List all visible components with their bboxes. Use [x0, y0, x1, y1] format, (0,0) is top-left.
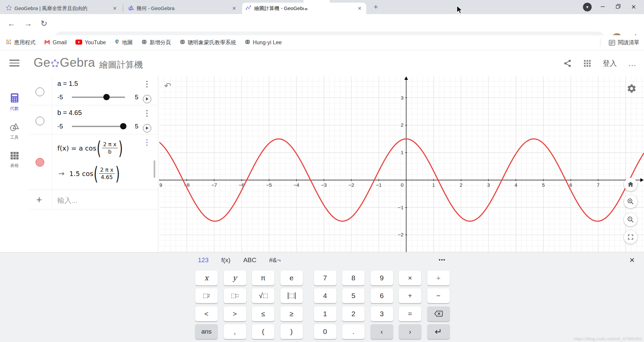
bookmark-item[interactable]: 聰明象蒙氏教學系統: [180, 39, 236, 46]
undo-button[interactable]: ↶: [164, 81, 171, 91]
slider-track-a[interactable]: [72, 97, 125, 98]
key-<[interactable]: <: [195, 306, 218, 321]
new-tab-button[interactable]: +: [374, 4, 378, 10]
backspace-key[interactable]: [427, 306, 450, 321]
key-,[interactable]: ,: [224, 324, 246, 339]
slider-handle-a[interactable]: [103, 94, 110, 100]
rail-item-tools[interactable]: 工具: [0, 122, 29, 140]
browser-tab[interactable]: GeoGebra | 風靡全世界且自由的✕: [3, 3, 121, 14]
key-3[interactable]: 3: [371, 306, 393, 321]
key-8[interactable]: 8: [342, 271, 365, 285]
play-animation-button[interactable]: [143, 124, 151, 132]
apps-grid-icon[interactable]: [583, 59, 591, 67]
share-icon[interactable]: [563, 59, 572, 68]
reading-list-button[interactable]: 閱讀清單: [609, 39, 639, 46]
key-ans[interactable]: ans: [195, 324, 218, 339]
bookmark-item[interactable]: 地圖: [115, 39, 133, 46]
row-menu-icon[interactable]: [146, 139, 148, 147]
keyboard-more-button[interactable]: •••: [439, 257, 446, 263]
tab-close-icon[interactable]: ✕: [356, 5, 363, 12]
key-2[interactable]: 2: [342, 306, 365, 321]
tab-close-icon[interactable]: ✕: [111, 5, 118, 12]
bookmark-item[interactable]: Gmail: [44, 40, 67, 46]
graph-settings-gear-icon[interactable]: [627, 83, 637, 94]
key-÷[interactable]: ÷: [427, 271, 450, 285]
close-window-button[interactable]: ✕: [626, 3, 641, 11]
key-9[interactable]: 9: [371, 271, 393, 285]
forward-button[interactable]: →: [24, 19, 32, 28]
zoom-in-button[interactable]: [624, 195, 637, 208]
key-([interactable]: (: [252, 324, 274, 339]
sqrt-key[interactable]: √: [252, 288, 274, 303]
add-expression-button[interactable]: +: [36, 194, 42, 206]
key-x[interactable]: x: [195, 271, 218, 285]
key->[interactable]: >: [224, 306, 246, 321]
abs-key[interactable]: [280, 288, 303, 303]
keyboard-tab-123[interactable]: 123: [198, 256, 209, 264]
rail-item-algebra[interactable]: 代數: [0, 93, 29, 112]
geogebra-logo[interactable]: Ge Gebra: [34, 56, 95, 70]
key-›[interactable]: ›: [399, 324, 421, 339]
key-‹[interactable]: ‹: [371, 324, 393, 339]
home-view-button[interactable]: [624, 178, 637, 191]
bookmark-item[interactable]: YouTube: [75, 40, 106, 46]
key-7[interactable]: 7: [314, 271, 336, 285]
slider-handle-b[interactable]: [120, 123, 126, 129]
key-.[interactable]: .: [342, 324, 365, 339]
row-menu-icon[interactable]: [146, 110, 148, 118]
keyboard-tab-fx[interactable]: f(x): [221, 256, 230, 264]
media-control-button[interactable]: ▼: [580, 3, 595, 11]
graph-view[interactable]: −9−8−7−6−5−4−3−2−112345678−2−11230 ↶: [159, 76, 644, 252]
back-button[interactable]: ←: [7, 19, 15, 28]
bookmark-item[interactable]: 新增分頁: [142, 39, 171, 46]
square-key[interactable]: 2: [195, 288, 218, 303]
home-icon: [627, 181, 634, 188]
key-5[interactable]: 5: [342, 288, 365, 303]
fullscreen-button[interactable]: [624, 230, 637, 244]
key-π[interactable]: π: [252, 271, 274, 285]
key-6[interactable]: 6: [371, 288, 393, 303]
panel-scrollbar[interactable]: [154, 160, 155, 178]
keyboard-tab-[interactable]: #&¬: [269, 256, 280, 264]
key-≥[interactable]: ≥: [280, 306, 303, 321]
visibility-toggle-a[interactable]: [36, 88, 44, 96]
visibility-toggle-f[interactable]: [36, 158, 44, 167]
enter-key[interactable]: ↵: [427, 324, 450, 339]
key-0[interactable]: 0: [314, 324, 336, 339]
minimize-button[interactable]: [595, 4, 610, 10]
restore-button[interactable]: [610, 4, 626, 10]
key-4[interactable]: 4: [314, 288, 336, 303]
bookmark-label: Hung-yi Lee: [253, 40, 282, 46]
key-e[interactable]: e: [280, 271, 303, 285]
key-≤[interactable]: ≤: [252, 306, 274, 321]
slider-track-b[interactable]: [72, 126, 125, 127]
key-)[interactable]: ): [280, 324, 303, 339]
header-more-button[interactable]: …: [628, 59, 637, 68]
sign-in-button[interactable]: 登入: [603, 59, 617, 68]
zoom-out-button[interactable]: [624, 213, 637, 226]
bookmark-item[interactable]: Hung-yi Lee: [245, 39, 282, 46]
power-key[interactable]: [224, 288, 246, 303]
key-+[interactable]: +: [399, 288, 421, 303]
bookmark-item[interactable]: 應用程式: [6, 39, 36, 46]
key-×[interactable]: ×: [399, 271, 421, 285]
keyboard-close-icon[interactable]: ✕: [629, 256, 635, 264]
key-−[interactable]: −: [427, 288, 450, 303]
key-1[interactable]: 1: [314, 306, 336, 321]
graph-canvas[interactable]: −9−8−7−6−5−4−3−2−112345678−2−11230: [159, 76, 644, 252]
browser-tab[interactable]: 幾何 - GeoGebra✕: [125, 3, 241, 14]
bookmark-label: 應用程式: [14, 39, 36, 46]
menu-hamburger-button[interactable]: [9, 60, 19, 68]
keyboard-tab-abc[interactable]: ABC: [243, 256, 256, 264]
expression-input[interactable]: 輸入...: [57, 196, 77, 205]
input-row[interactable]: + 輸入...: [29, 190, 158, 210]
play-animation-button[interactable]: [143, 95, 151, 103]
key-y[interactable]: y: [224, 271, 246, 285]
rail-item-table[interactable]: 表格: [0, 151, 29, 169]
reload-button[interactable]: ↻: [41, 19, 47, 28]
row-menu-icon[interactable]: [146, 81, 148, 89]
function-row[interactable]: f(x) = a cos ( 2 π xb ) → 1.5 cos ( 2 π …: [29, 134, 158, 190]
tab-close-icon[interactable]: ✕: [231, 5, 237, 12]
visibility-toggle-b[interactable]: [36, 117, 44, 125]
key-=[interactable]: =: [399, 306, 421, 321]
